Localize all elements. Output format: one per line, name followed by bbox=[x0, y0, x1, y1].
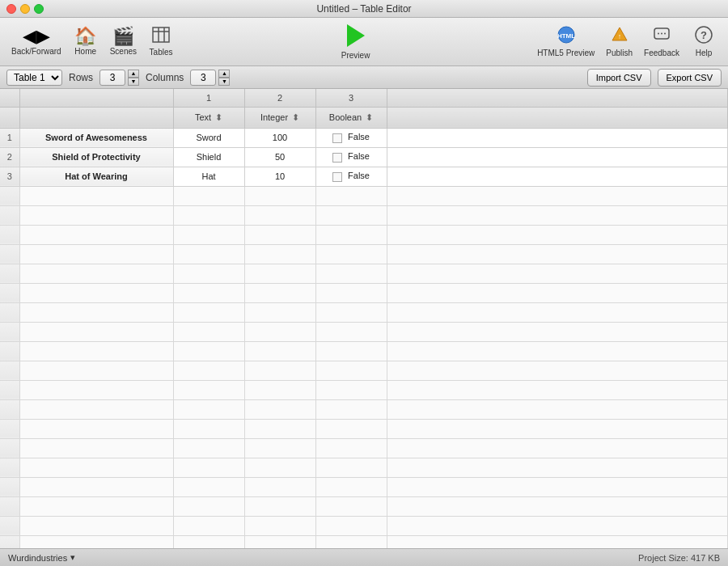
empty-row-col3[interactable] bbox=[315, 225, 387, 244]
empty-row-col3[interactable] bbox=[315, 205, 387, 225]
columns-decrement[interactable]: ▼ bbox=[218, 78, 230, 86]
empty-row-col3[interactable] bbox=[315, 535, 387, 548]
empty-row-col3[interactable] bbox=[315, 302, 387, 322]
row-name-2[interactable]: Shield of Protectivity bbox=[19, 147, 173, 167]
close-button[interactable] bbox=[6, 4, 16, 14]
columns-increment[interactable]: ▲ bbox=[218, 70, 230, 78]
empty-row-col3[interactable] bbox=[315, 438, 387, 458]
empty-row-col2[interactable] bbox=[244, 380, 315, 399]
maximize-button[interactable] bbox=[34, 4, 44, 14]
bool-checkbox-3[interactable] bbox=[332, 172, 342, 182]
empty-row-name[interactable] bbox=[19, 302, 173, 322]
empty-row-col3[interactable] bbox=[315, 322, 387, 341]
row-col3-3[interactable]: False bbox=[315, 167, 387, 186]
preview-button[interactable]: Preview bbox=[332, 21, 380, 63]
empty-row-col3[interactable] bbox=[315, 516, 387, 535]
empty-row-name[interactable] bbox=[19, 535, 173, 548]
empty-row-col3[interactable] bbox=[315, 380, 387, 399]
empty-row-name[interactable] bbox=[19, 477, 173, 496]
table-selector[interactable]: Table 1 bbox=[6, 70, 62, 86]
empty-row-col2[interactable] bbox=[244, 341, 315, 361]
empty-row-col3[interactable] bbox=[315, 496, 387, 516]
help-button[interactable]: ? Help bbox=[686, 23, 722, 61]
empty-row-name[interactable] bbox=[19, 458, 173, 477]
import-csv-button[interactable]: Import CSV bbox=[587, 69, 651, 87]
type-header-2[interactable]: Integer ⬍ bbox=[244, 107, 315, 128]
empty-row-col2[interactable] bbox=[244, 186, 315, 205]
row-col2-2[interactable]: 50 bbox=[244, 147, 315, 167]
rows-input[interactable] bbox=[99, 70, 125, 86]
empty-row-col1[interactable] bbox=[173, 244, 244, 264]
publish-button[interactable]: ↑ Publish bbox=[601, 23, 637, 61]
empty-row-name[interactable] bbox=[19, 322, 173, 341]
empty-row-col2[interactable] bbox=[244, 535, 315, 548]
columns-input[interactable] bbox=[190, 70, 216, 86]
empty-row-name[interactable] bbox=[19, 516, 173, 535]
empty-row-name[interactable] bbox=[19, 496, 173, 516]
back-forward-button[interactable]: ◀▶ Back/Forward bbox=[6, 24, 66, 59]
tables-button[interactable]: Tables bbox=[143, 23, 179, 60]
empty-row-col3[interactable] bbox=[315, 399, 387, 419]
empty-row-col1[interactable] bbox=[173, 458, 244, 477]
empty-row-col2[interactable] bbox=[244, 244, 315, 264]
row-col3-2[interactable]: False bbox=[315, 147, 387, 167]
empty-row-col3[interactable] bbox=[315, 283, 387, 302]
row-col3-1[interactable]: False bbox=[315, 128, 387, 147]
empty-row-col2[interactable] bbox=[244, 283, 315, 302]
empty-row-name[interactable] bbox=[19, 225, 173, 244]
empty-row-name[interactable] bbox=[19, 399, 173, 419]
bool-checkbox-1[interactable] bbox=[332, 133, 342, 143]
row-name-3[interactable]: Hat of Wearing bbox=[19, 167, 173, 186]
empty-row-col1[interactable] bbox=[173, 302, 244, 322]
empty-row-col2[interactable] bbox=[244, 496, 315, 516]
empty-row-col1[interactable] bbox=[173, 322, 244, 341]
type-header-1[interactable]: Text ⬍ bbox=[173, 107, 244, 128]
minimize-button[interactable] bbox=[20, 4, 30, 14]
empty-row-name[interactable] bbox=[19, 380, 173, 399]
empty-row-col1[interactable] bbox=[173, 399, 244, 419]
rows-decrement[interactable]: ▼ bbox=[128, 78, 139, 86]
empty-row-col3[interactable] bbox=[315, 419, 387, 438]
empty-row-col2[interactable] bbox=[244, 302, 315, 322]
empty-row-col3[interactable] bbox=[315, 458, 387, 477]
empty-row-col2[interactable] bbox=[244, 458, 315, 477]
empty-row-col2[interactable] bbox=[244, 225, 315, 244]
row-col1-1[interactable]: Sword bbox=[173, 128, 244, 147]
feedback-button[interactable]: Feedback bbox=[639, 23, 684, 61]
empty-row-col2[interactable] bbox=[244, 516, 315, 535]
empty-row-col1[interactable] bbox=[173, 225, 244, 244]
empty-row-col1[interactable] bbox=[173, 535, 244, 548]
empty-row-name[interactable] bbox=[19, 283, 173, 302]
empty-row-col1[interactable] bbox=[173, 438, 244, 458]
empty-row-name[interactable] bbox=[19, 186, 173, 205]
empty-row-col2[interactable] bbox=[244, 419, 315, 438]
window-controls[interactable] bbox=[6, 4, 44, 14]
row-col1-2[interactable]: Shield bbox=[173, 147, 244, 167]
empty-row-col3[interactable] bbox=[315, 361, 387, 380]
empty-row-name[interactable] bbox=[19, 244, 173, 264]
row-name-1[interactable]: Sword of Awesomeness bbox=[19, 128, 173, 147]
empty-row-col3[interactable] bbox=[315, 186, 387, 205]
row-col2-3[interactable]: 10 bbox=[244, 167, 315, 186]
empty-row-col1[interactable] bbox=[173, 205, 244, 225]
bool-checkbox-2[interactable] bbox=[332, 153, 342, 163]
empty-row-col1[interactable] bbox=[173, 516, 244, 535]
empty-row-name[interactable] bbox=[19, 264, 173, 283]
empty-row-col1[interactable] bbox=[173, 264, 244, 283]
empty-row-col1[interactable] bbox=[173, 477, 244, 496]
export-csv-button[interactable]: Export CSV bbox=[658, 69, 722, 87]
row-col2-1[interactable]: 100 bbox=[244, 128, 315, 147]
empty-row-col1[interactable] bbox=[173, 380, 244, 399]
empty-row-col2[interactable] bbox=[244, 361, 315, 380]
project-selector[interactable]: Wurdindustries ▾ bbox=[8, 552, 75, 563]
empty-row-col1[interactable] bbox=[173, 341, 244, 361]
empty-row-name[interactable] bbox=[19, 205, 173, 225]
empty-row-name[interactable] bbox=[19, 341, 173, 361]
row-col1-3[interactable]: Hat bbox=[173, 167, 244, 186]
home-button[interactable]: 🏠 Home bbox=[68, 24, 104, 59]
empty-row-col2[interactable] bbox=[244, 264, 315, 283]
empty-row-name[interactable] bbox=[19, 419, 173, 438]
empty-row-col2[interactable] bbox=[244, 322, 315, 341]
html5-preview-button[interactable]: HTML HTML5 Preview bbox=[532, 23, 599, 61]
empty-row-col1[interactable] bbox=[173, 283, 244, 302]
